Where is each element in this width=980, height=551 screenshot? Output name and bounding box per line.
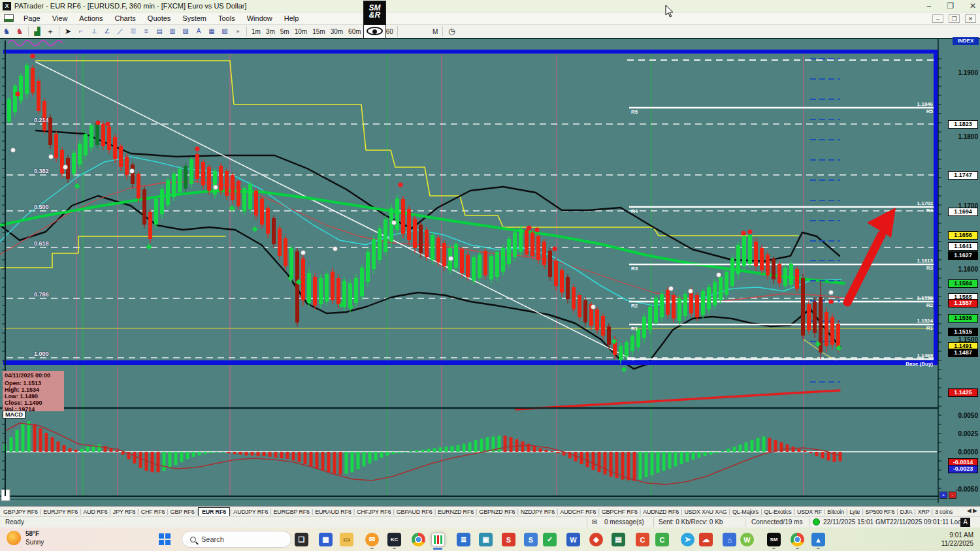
chart-menu-icon[interactable] bbox=[4, 14, 14, 22]
tab-audnzd-rf6[interactable]: AUDNZD RF6 bbox=[641, 509, 681, 515]
regression-icon[interactable]: ▦ bbox=[205, 26, 218, 37]
c-green-app-icon[interactable]: C bbox=[655, 533, 669, 546]
gann-icon[interactable]: ▨ bbox=[179, 26, 192, 37]
tab-usdx-xau-xag[interactable]: USDX XAU XAG bbox=[682, 509, 728, 515]
tab-gbp-rf6[interactable]: GBP RF6 bbox=[169, 509, 197, 515]
text-tool-icon[interactable]: A bbox=[192, 26, 205, 37]
patrader-app-icon[interactable] bbox=[431, 533, 445, 546]
child-restore-button[interactable]: ❐ bbox=[949, 14, 960, 23]
tab-gbpjpy-rf6[interactable]: GBPJPY RF6 bbox=[1, 509, 40, 515]
tab-eur-rf6[interactable]: EUR RF6 bbox=[198, 507, 230, 516]
menu-item-charts[interactable]: Charts bbox=[108, 13, 141, 24]
timeframe-30m-button[interactable]: 30m bbox=[328, 28, 346, 35]
tab-xrp[interactable]: XRP bbox=[916, 509, 932, 515]
cloud-app-icon[interactable]: ☁ bbox=[699, 533, 713, 546]
toolbar-overflow-chevron[interactable]: » bbox=[231, 26, 244, 37]
task-view-icon[interactable]: ❑ bbox=[295, 533, 308, 546]
search-box[interactable]: Search bbox=[182, 531, 291, 548]
fibonacci-extension-icon[interactable]: ▥ bbox=[166, 26, 179, 37]
crosshair-icon[interactable]: ＋ bbox=[44, 26, 57, 37]
skype-app-icon[interactable]: S bbox=[524, 533, 538, 546]
tab-audchf-rf6[interactable]: AUDCHF RF6 bbox=[558, 509, 598, 515]
tab-gbpaud-rf6[interactable]: GBPAUD RF6 bbox=[395, 509, 434, 515]
tab-jpy-rf6[interactable]: JPY RF6 bbox=[111, 509, 137, 515]
price-chart[interactable] bbox=[0, 39, 980, 506]
close-button[interactable]: ✕ bbox=[970, 1, 976, 10]
photos-app-icon[interactable]: ▲ bbox=[811, 533, 825, 546]
tab-lyte[interactable]: Lyte bbox=[847, 509, 862, 515]
menu-item-view[interactable]: View bbox=[46, 13, 74, 24]
tab-aud-rf6[interactable]: AUD RF6 bbox=[81, 509, 109, 515]
taskbar-clock[interactable]: 9:01 AM 11/22/2025 bbox=[941, 531, 973, 548]
tab-gbpnzd-rf6[interactable]: GBPNZD RF6 bbox=[477, 509, 517, 515]
menu-item-actions[interactable]: Actions bbox=[73, 13, 108, 24]
smr-app-icon[interactable]: SM bbox=[767, 533, 781, 546]
media-app-icon[interactable]: ▣ bbox=[479, 533, 493, 546]
fibonacci-retracement-icon[interactable]: ▤ bbox=[153, 26, 166, 37]
trend-line-icon[interactable]: ⌐ bbox=[74, 26, 88, 37]
tab-bitcoin[interactable]: Bitcoin bbox=[825, 509, 846, 515]
horizontal-line-icon[interactable]: ⊥ bbox=[88, 26, 101, 37]
office-blue-app-icon[interactable]: W bbox=[566, 533, 580, 546]
minimize-button[interactable]: – bbox=[926, 1, 931, 10]
quotes-red-icon[interactable]: ♞ bbox=[13, 26, 26, 37]
start-button[interactable] bbox=[159, 533, 171, 546]
timeframe-60m-button[interactable]: 60m bbox=[346, 28, 363, 35]
tab-eurjpy-rf6[interactable]: EURJPY RF6 bbox=[41, 509, 80, 515]
flame-app-icon[interactable]: ◈ bbox=[589, 533, 603, 546]
cycle-lines-icon[interactable]: ▧ bbox=[218, 26, 231, 37]
file-explorer-icon[interactable]: ▭ bbox=[340, 533, 353, 546]
alert-icon[interactable]: A bbox=[960, 518, 970, 527]
tab-chf-rf6[interactable]: CHF RF6 bbox=[139, 509, 167, 515]
timeframe-10m-button[interactable]: 10m bbox=[292, 28, 310, 35]
tab-scroll-right[interactable]: ▶ bbox=[973, 507, 977, 514]
timeframe-month-button[interactable]: M bbox=[430, 28, 440, 35]
timeframe-5m-button[interactable]: 5m bbox=[278, 28, 292, 35]
kc-app-icon[interactable]: KC bbox=[387, 533, 401, 546]
mail-app-icon[interactable]: ✉ bbox=[365, 533, 379, 546]
chrome-2-icon[interactable] bbox=[791, 533, 804, 546]
quotes-blue-icon[interactable]: ♞ bbox=[0, 26, 13, 37]
excel-app-icon[interactable]: ▤ bbox=[612, 533, 625, 546]
tab-eurnzd-rf6[interactable]: EURNZD RF6 bbox=[436, 509, 476, 515]
tab-ql-exotics[interactable]: QL-Exotics bbox=[762, 509, 794, 515]
calculator-icon[interactable]: ▦ bbox=[319, 533, 333, 546]
notes-app-icon[interactable]: ≣ bbox=[457, 533, 470, 546]
weather-widget[interactable]: 58°F Sunny bbox=[7, 529, 44, 546]
smr-logo[interactable]: SM&R bbox=[363, 1, 386, 39]
vertical-line-icon[interactable]: ∠ bbox=[101, 26, 114, 37]
tab-sp500-rf6[interactable]: SP500 RF6 bbox=[864, 509, 897, 515]
sublime-app-icon[interactable]: S bbox=[502, 533, 515, 546]
tab-eurgbp-rf6[interactable]: EURGBP RF6 bbox=[272, 509, 312, 515]
timeframe-1m-button[interactable]: 1m bbox=[249, 28, 263, 35]
tab-usdx-rf[interactable]: USDX RF bbox=[795, 509, 824, 515]
pitchfork-icon[interactable]: ≡ bbox=[140, 26, 153, 37]
w-green-app-icon[interactable]: W bbox=[740, 533, 754, 546]
tab-gbpchf-rf6[interactable]: GBPCHF RF6 bbox=[600, 509, 640, 515]
clock-icon[interactable]: ◷ bbox=[445, 26, 458, 37]
menu-item-tools[interactable]: Tools bbox=[212, 13, 241, 24]
menu-item-help[interactable]: Help bbox=[278, 13, 305, 24]
menu-item-page[interactable]: Page bbox=[18, 13, 46, 24]
child-minimize-button[interactable]: – bbox=[932, 14, 943, 23]
tab-euraud-rf6[interactable]: EURAUD RF6 bbox=[313, 509, 353, 515]
c-red-app-icon[interactable]: C bbox=[636, 533, 649, 546]
channel-icon[interactable]: ☰ bbox=[127, 26, 140, 37]
menu-item-window[interactable]: Window bbox=[241, 13, 278, 24]
timeframe-3m-button[interactable]: 3m bbox=[263, 28, 278, 35]
tab-djia[interactable]: DJIA bbox=[898, 509, 915, 515]
macd-pane-label[interactable]: MACD bbox=[3, 411, 25, 418]
tab-scroll-left[interactable]: ◀ bbox=[967, 507, 972, 514]
menu-item-system[interactable]: System bbox=[176, 13, 212, 24]
chrome-icon[interactable] bbox=[412, 533, 425, 546]
maximize-button[interactable]: ❐ bbox=[947, 1, 954, 10]
tab-ql-majors[interactable]: QL-Majors bbox=[730, 509, 760, 515]
chart-type-icon[interactable]: ▟ bbox=[31, 26, 44, 37]
gb-app-icon[interactable]: ⌂ bbox=[723, 533, 736, 546]
pointer-tool-icon[interactable]: ➤ bbox=[61, 26, 74, 37]
tab-nzdjpy-rf6[interactable]: NZDJPY RF6 bbox=[519, 509, 557, 515]
wave-app-icon[interactable]: ✓ bbox=[543, 533, 557, 546]
tab-chfjpy-rf6[interactable]: CHFJPY RF6 bbox=[355, 509, 393, 515]
menu-item-quotes[interactable]: Quotes bbox=[142, 13, 176, 24]
timeframe-15m-button[interactable]: 15m bbox=[310, 28, 327, 35]
